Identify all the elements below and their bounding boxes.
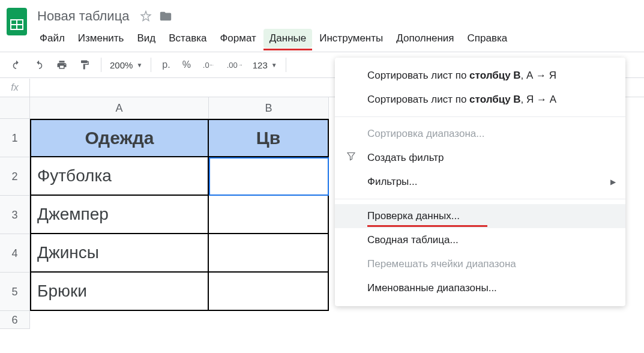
cell-a2[interactable]: Футболка xyxy=(30,157,209,196)
dropdown-arrow-icon: ▼ xyxy=(136,62,142,68)
toolbar-separator xyxy=(286,58,286,72)
menu-addons[interactable]: Дополнения xyxy=(390,29,460,48)
text-bold: столбцу B xyxy=(469,94,521,105)
menu-named-ranges[interactable]: Именованные диапазоны... xyxy=(335,276,625,300)
menubar: Файл Изменить Вид Вставка Формат Данные … xyxy=(34,28,639,52)
zoom-value: 200% xyxy=(110,60,133,70)
submenu-arrow-icon: ▶ xyxy=(610,178,616,186)
dropdown-arrow-icon: ▼ xyxy=(271,62,277,68)
annotation-underline xyxy=(367,225,487,227)
menu-tools[interactable]: Инструменты xyxy=(313,29,389,48)
menu-filters[interactable]: Фильтры... ▶ xyxy=(335,170,625,194)
menu-data-label: Данные xyxy=(269,32,306,44)
cell-a5[interactable]: Брюки xyxy=(30,273,209,311)
decrease-decimal-button[interactable]: .0← xyxy=(198,57,220,73)
cell-a3[interactable]: Джемпер xyxy=(30,196,209,234)
toolbar-separator xyxy=(151,58,151,72)
menu-item-label: Создать фильтр xyxy=(367,152,444,163)
cell-b5[interactable] xyxy=(209,273,329,311)
data-menu-dropdown: Сортировать лист по столбцу B, А → Я Сор… xyxy=(335,58,625,306)
menu-insert[interactable]: Вставка xyxy=(163,29,212,48)
row-header-2[interactable]: 2 xyxy=(0,157,30,196)
column-header-b[interactable]: B xyxy=(209,97,329,119)
menu-item-label: Фильтры... xyxy=(367,176,418,187)
cell-b1[interactable]: Цв xyxy=(209,119,329,157)
menu-pivot-table[interactable]: Сводная таблица... xyxy=(335,228,625,252)
percent-button[interactable]: % xyxy=(178,56,196,74)
fx-label[interactable]: fx xyxy=(0,79,30,97)
row-header-4[interactable]: 4 xyxy=(0,234,30,273)
filter-icon xyxy=(346,151,357,165)
row-header-1[interactable]: 1 xyxy=(0,119,30,157)
undo-button[interactable] xyxy=(6,56,26,74)
cell-a4[interactable]: Джинсы xyxy=(30,234,209,273)
num-format-label: 123 xyxy=(253,60,268,70)
cell-b3[interactable] xyxy=(209,196,329,234)
menu-file[interactable]: Файл xyxy=(34,29,71,48)
menu-create-filter[interactable]: Создать фильтр xyxy=(335,146,625,170)
menu-data-validation[interactable]: Проверка данных... xyxy=(335,204,625,228)
zoom-select[interactable]: 200% ▼ xyxy=(107,58,145,73)
menu-data[interactable]: Данные xyxy=(263,29,312,48)
increase-decimal-button[interactable]: .00→ xyxy=(222,57,248,73)
menu-sort-desc[interactable]: Сортировать лист по столбцу B, Я → А xyxy=(335,88,625,112)
text: , Я → А xyxy=(521,94,557,105)
number-format-select[interactable]: 123 ▼ xyxy=(250,58,280,73)
row-header-5[interactable]: 5 xyxy=(0,273,30,311)
sheets-logo-icon[interactable] xyxy=(5,5,29,38)
document-title[interactable]: Новая таблица xyxy=(34,7,133,25)
star-icon[interactable] xyxy=(140,10,152,22)
select-all-corner[interactable] xyxy=(0,97,30,119)
text: Сортировать лист по xyxy=(367,70,469,81)
menu-sort-asc[interactable]: Сортировать лист по столбцу B, А → Я xyxy=(335,64,625,88)
menu-format[interactable]: Формат xyxy=(214,29,262,48)
print-button[interactable] xyxy=(52,56,72,74)
menu-item-label: Проверка данных... xyxy=(367,210,460,222)
text: , А → Я xyxy=(521,70,557,81)
menu-view[interactable]: Вид xyxy=(131,29,161,48)
column-header-a[interactable]: A xyxy=(30,97,209,119)
folder-icon[interactable] xyxy=(159,10,172,23)
toolbar-separator xyxy=(101,58,101,72)
cell-b4[interactable] xyxy=(209,234,329,273)
redo-button[interactable] xyxy=(29,56,49,74)
row-header-3[interactable]: 3 xyxy=(0,196,30,234)
annotation-underline xyxy=(263,49,312,50)
menu-separator xyxy=(335,116,625,117)
paint-format-button[interactable] xyxy=(74,56,95,74)
menu-separator xyxy=(335,199,625,199)
menu-sort-range: Сортировка диапазона... xyxy=(335,122,625,146)
row-header-6[interactable]: 6 xyxy=(0,311,30,329)
menu-shuffle: Перемешать ячейки диапазона xyxy=(335,252,625,276)
menu-help[interactable]: Справка xyxy=(462,29,514,48)
cell-b2[interactable] xyxy=(209,157,329,196)
currency-button[interactable]: р. xyxy=(157,56,175,74)
text-bold: столбцу B xyxy=(469,70,521,81)
text: Сортировать лист по xyxy=(367,94,469,105)
menu-edit[interactable]: Изменить xyxy=(72,29,130,48)
cell-a1[interactable]: Одежда xyxy=(30,119,209,157)
